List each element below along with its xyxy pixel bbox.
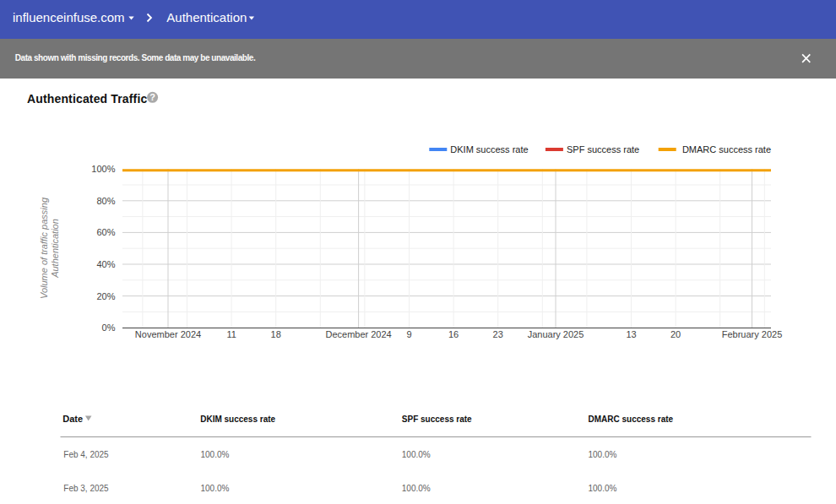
svg-text:100.0%: 100.0% [201,484,230,493]
svg-text:SPF success rate: SPF success rate [402,415,472,424]
svg-text:80%: 80% [96,196,115,206]
svg-text:40%: 40% [96,259,115,269]
svg-text:DKIM success rate: DKIM success rate [450,144,528,154]
svg-text:20: 20 [670,329,681,339]
svg-text:DMARC success rate: DMARC success rate [682,144,771,154]
svg-text:Authentication: Authentication [166,10,247,24]
svg-text:Data shown with missing record: Data shown with missing records. Some da… [15,53,256,62]
svg-text:60%: 60% [96,227,115,237]
svg-text:16: 16 [448,329,459,339]
svg-text:Date: Date [62,414,83,424]
svg-text:100.0%: 100.0% [402,484,431,493]
svg-text:December 2024: December 2024 [325,329,391,339]
svg-text:influenceinfuse.com: influenceinfuse.com [13,10,125,24]
svg-text:?: ? [149,92,155,102]
svg-text:18: 18 [271,329,281,339]
svg-text:9: 9 [406,329,411,339]
svg-text:100.0%: 100.0% [589,450,617,459]
svg-text:Authenticated Traffic: Authenticated Traffic [27,92,147,106]
svg-text:Authentication: Authentication [50,219,60,279]
svg-text:100.0%: 100.0% [589,484,617,493]
svg-text:February 2025: February 2025 [722,329,783,339]
svg-text:DMARC success rate: DMARC success rate [589,415,674,424]
svg-text:20%: 20% [96,291,115,301]
svg-text:November 2024: November 2024 [135,329,201,339]
svg-text:Feb 4, 2025: Feb 4, 2025 [63,450,109,459]
svg-text:Volume of traffic passing: Volume of traffic passing [39,197,49,299]
svg-text:SPF success rate: SPF success rate [567,144,639,154]
svg-text:100.0%: 100.0% [201,450,230,459]
svg-text:23: 23 [493,329,503,339]
svg-text:Feb 3, 2025: Feb 3, 2025 [63,484,109,493]
svg-text:January 2025: January 2025 [528,329,584,339]
svg-text:13: 13 [626,329,636,339]
svg-text:DKIM success rate: DKIM success rate [200,415,275,424]
svg-text:100%: 100% [91,164,115,174]
svg-text:100.0%: 100.0% [402,450,431,459]
svg-text:11: 11 [226,329,236,339]
svg-text:0%: 0% [102,322,116,333]
